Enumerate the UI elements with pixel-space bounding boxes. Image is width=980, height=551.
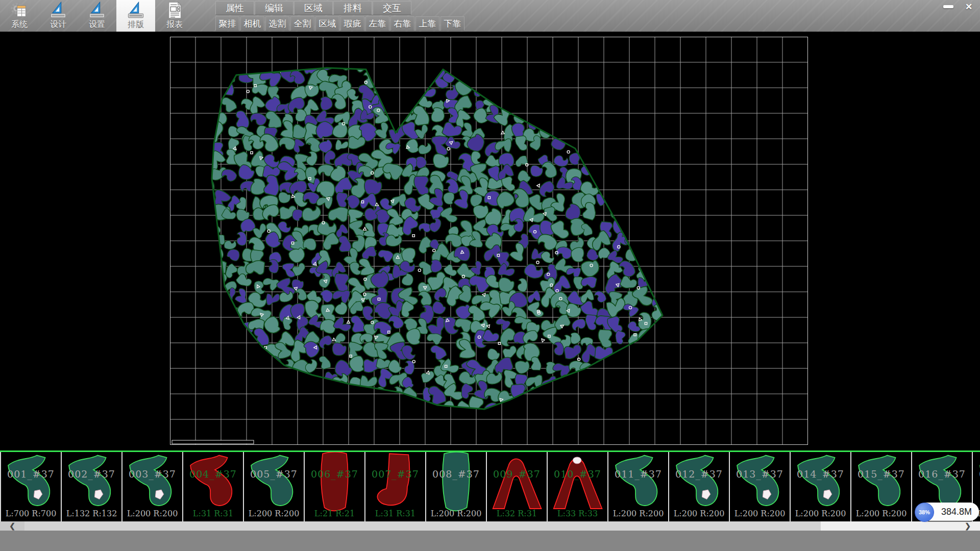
close-icon: ✕ xyxy=(965,2,972,12)
part-name: 012_#37 xyxy=(669,468,729,480)
nav-tab-settings[interactable]: 设置 xyxy=(78,0,116,32)
nav-tab-label: 排版 xyxy=(128,19,144,30)
progress-percent: 38% xyxy=(919,509,930,515)
part-name: 008_#37 xyxy=(426,468,486,480)
minimize-button[interactable] xyxy=(940,1,957,12)
part-counts: L:132 R:132 xyxy=(62,509,121,518)
tool-cluster-nest-button[interactable]: 聚排 xyxy=(215,16,239,31)
menu-interact-button[interactable]: 交互 xyxy=(373,1,411,15)
part-name: 001_#37 xyxy=(1,468,61,480)
thumbnail-004[interactable]: 004_#37 L:31 R:31 xyxy=(182,452,243,521)
nav-tab-layout[interactable]: 排版 xyxy=(116,0,155,32)
canvas-mini-scrollbar[interactable] xyxy=(172,440,254,444)
tool-snap-right-button[interactable]: 右靠 xyxy=(390,16,414,31)
thumbnail-012[interactable]: 012_#37 L:200 R:200 xyxy=(668,452,729,521)
part-name: 006_#37 xyxy=(305,468,364,480)
status-footer xyxy=(0,531,980,551)
set-square-icon xyxy=(88,1,106,19)
scrollbar-thumb[interactable] xyxy=(24,521,821,531)
thumbnail-005[interactable]: 005_#37 L:200 R:200 xyxy=(243,452,304,521)
thumbnail-003[interactable]: 003_#37 L:200 R:200 xyxy=(121,452,182,521)
tool-select-cut-button[interactable]: 选割 xyxy=(265,16,289,31)
toolbar: 系统设计设置排版报表 属性编辑区域排料交互 聚排相机选割全割区域瑕疵左靠右靠上靠… xyxy=(0,0,980,32)
thumbnail-007[interactable]: 007_#37 L:31 R:31 xyxy=(364,452,425,521)
part-name: 013_#37 xyxy=(730,468,790,480)
nav-tab-label: 系统 xyxy=(11,19,28,30)
horizontal-scrollbar[interactable]: ❮ ❯ xyxy=(0,521,980,531)
menu-edit-button[interactable]: 编辑 xyxy=(255,1,293,15)
menu-nest-button[interactable]: 排料 xyxy=(333,1,372,15)
part-counts: L:200 R:200 xyxy=(122,509,182,518)
nav-tab-label: 设置 xyxy=(89,19,105,30)
part-name: 004_#37 xyxy=(183,468,243,480)
part-counts: L:200 R:200 xyxy=(244,509,304,518)
menu-region-button[interactable]: 区域 xyxy=(294,1,333,15)
part-name: 014_#37 xyxy=(791,468,850,480)
nav-tab-system[interactable]: 系统 xyxy=(0,0,39,32)
part-counts: L:200 R:200 xyxy=(791,509,850,518)
thumbnail-011[interactable]: 011_#37 L:200 R:200 xyxy=(607,452,668,521)
gear-doc-icon xyxy=(10,1,29,19)
nested-pieces xyxy=(188,48,673,423)
part-name: 005_#37 xyxy=(244,468,304,480)
part-name: 015_#37 xyxy=(851,468,911,480)
part-counts: L:31 R:31 xyxy=(365,509,425,518)
part-counts: L:31 R:31 xyxy=(183,509,243,518)
thumbnail-014[interactable]: 014_#37 L:200 R:200 xyxy=(790,452,850,521)
thumbnail-010[interactable]: 010_#37 L:33 R:33 xyxy=(547,452,607,521)
nav-tab-label: 报表 xyxy=(166,19,183,30)
part-counts: L:200 R:200 xyxy=(669,509,729,518)
nav-tab-report[interactable]: 报表 xyxy=(155,0,194,32)
nav-tab-design[interactable]: 设计 xyxy=(39,0,78,32)
thumbnail-001[interactable]: 001_#37 L:700 R:700 xyxy=(0,452,61,521)
nav-tab-label: 设计 xyxy=(50,19,66,30)
tool-snap-bottom-button[interactable]: 下靠 xyxy=(440,16,464,31)
menu-bar-tools: 聚排相机选割全割区域瑕疵左靠右靠上靠下靠 xyxy=(215,16,464,31)
part-name: 016_#37 xyxy=(912,468,972,480)
part-name: 009_#37 xyxy=(487,468,547,480)
part-name: 003_#37 xyxy=(122,468,182,480)
nesting-layout-svg xyxy=(170,37,808,445)
nesting-canvas[interactable] xyxy=(0,32,980,450)
status-badge: 38% 384.8M xyxy=(918,502,979,521)
minimize-icon xyxy=(943,5,953,8)
part-counts: L:200 R:200 xyxy=(426,509,486,518)
part-counts: L:200 R:200 xyxy=(608,509,668,518)
set-square-icon xyxy=(49,1,67,19)
progress-circle: 38% xyxy=(915,503,934,522)
thumbnail-002[interactable]: 002_#37 L:132 R:132 xyxy=(61,452,121,521)
thumbnail-006[interactable]: 006_#37 L:21 R:21 xyxy=(304,452,364,521)
tool-region-button[interactable]: 区域 xyxy=(315,16,339,31)
tool-snap-top-button[interactable]: 上靠 xyxy=(415,16,439,31)
part-name: 017_#37 xyxy=(973,468,980,480)
set-square-icon xyxy=(127,1,145,19)
tool-snap-left-button[interactable]: 左靠 xyxy=(365,16,389,31)
menu-bar-main: 属性编辑区域排料交互 xyxy=(215,1,411,15)
thumbnail-009[interactable]: 009_#37 L:32 R:31 xyxy=(486,452,547,521)
part-thumbnail-strip: 001_#37 L:700 R:700 002_#37 L:132 R:132 … xyxy=(0,452,980,521)
menu-property-button[interactable]: 属性 xyxy=(215,1,254,15)
app-window: 系统设计设置排版报表 属性编辑区域排料交互 聚排相机选割全割区域瑕疵左靠右靠上靠… xyxy=(0,0,980,551)
scroll-left-button[interactable]: ❮ xyxy=(0,521,24,531)
tool-cut-all-button[interactable]: 全割 xyxy=(290,16,314,31)
part-counts: L:700 R:700 xyxy=(1,509,61,518)
part-name: 011_#37 xyxy=(608,468,668,480)
thumbnail-008[interactable]: 008_#37 L:200 R:200 xyxy=(425,452,486,521)
part-name: 010_#37 xyxy=(548,468,607,480)
part-counts: L:21 R:21 xyxy=(305,509,364,518)
part-counts: L:32 R:31 xyxy=(487,509,547,518)
thumbnail-013[interactable]: 013_#37 L:200 R:200 xyxy=(729,452,790,521)
close-button[interactable]: ✕ xyxy=(961,1,977,12)
nav-tab-bar: 系统设计设置排版报表 xyxy=(0,0,194,32)
part-counts: L:33 R:33 xyxy=(548,509,607,518)
part-name: 002_#37 xyxy=(62,468,121,480)
memory-value: 384.8M xyxy=(941,507,972,517)
tool-defect-button[interactable]: 瑕疵 xyxy=(340,16,364,31)
window-controls: ✕ xyxy=(940,1,977,12)
part-counts: L:200 R:200 xyxy=(730,509,790,518)
tool-camera-button[interactable]: 相机 xyxy=(240,16,264,31)
part-name: 007_#37 xyxy=(365,468,425,480)
part-counts: L:200 R:200 xyxy=(851,509,911,518)
scroll-right-button[interactable]: ❯ xyxy=(955,521,980,531)
thumbnail-015[interactable]: 015_#37 L:200 R:200 xyxy=(850,452,911,521)
